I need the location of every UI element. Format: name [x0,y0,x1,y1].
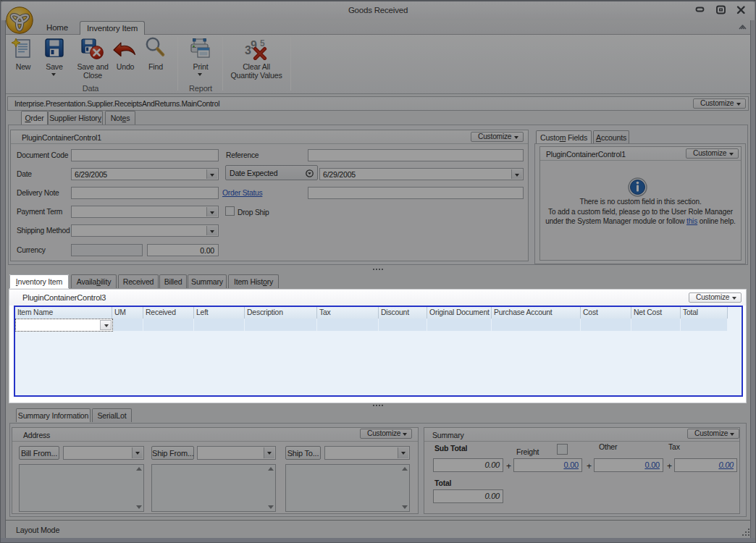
svg-text:5: 5 [260,38,265,49]
